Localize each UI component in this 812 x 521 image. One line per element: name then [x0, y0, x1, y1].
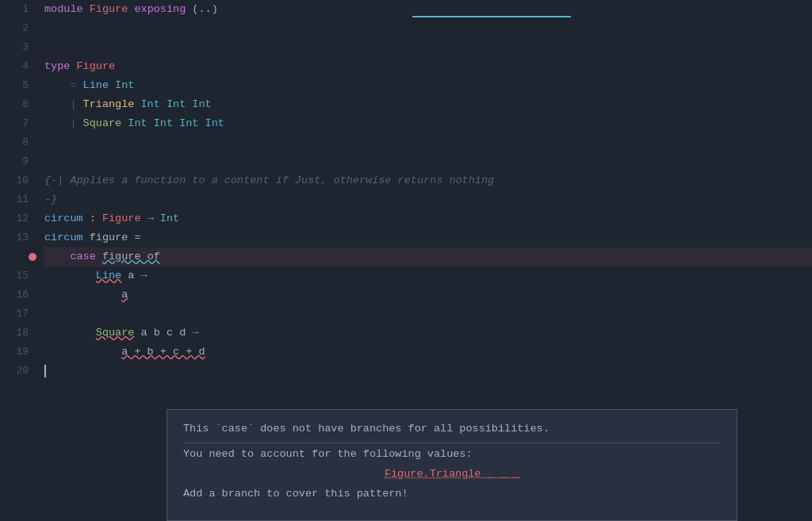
- line-num-11: 11: [0, 190, 38, 209]
- line19-expr: a + b + c + d: [121, 343, 205, 362]
- code-line-2: [44, 19, 812, 38]
- comment-line11: -}: [44, 190, 57, 209]
- line-num-19: 19: [0, 343, 38, 362]
- line-num-4: 4: [0, 57, 38, 76]
- error-line-2: You need to account for the following va…: [183, 448, 721, 460]
- constructor-triangle: Triangle: [83, 95, 135, 114]
- code-line-13: circum figure =: [44, 228, 812, 247]
- line-num-17: 17: [0, 305, 38, 324]
- line15-line: Line: [96, 266, 121, 285]
- line18-vars: a b c d: [134, 324, 192, 343]
- code-line-17: [44, 305, 812, 324]
- line-num-10: 10: [0, 171, 38, 190]
- keyword-type: type: [44, 57, 70, 76]
- line-num-20: 20: [0, 362, 38, 381]
- code-line-16: a: [44, 285, 812, 305]
- line5-indent: =: [44, 76, 83, 95]
- comment-line10: {-| Applies a function to a content if J…: [44, 171, 494, 190]
- line3-dim: [44, 38, 57, 57]
- constructor-line: Line: [83, 76, 109, 95]
- line-num-1: 1: [0, 0, 38, 19]
- line-num-18: 18: [0, 324, 38, 343]
- keyword-case: case: [70, 247, 95, 266]
- line-numbers: 1 2 3 4 5 6 7 8 9 10 11 12 13 15 16 17 1…: [0, 0, 38, 521]
- func-circum-sig: circum: [44, 209, 83, 228]
- line14-figure-of: figure of: [102, 247, 160, 266]
- line12-figure: Figure: [102, 209, 141, 228]
- line16-a: a: [121, 285, 128, 305]
- line18-arrow: →: [192, 324, 198, 343]
- code-line-20: [44, 362, 812, 381]
- code-line-3: [44, 38, 812, 57]
- line-num-15: 15: [0, 266, 38, 285]
- error-missing-type: Figure.Triangle _ _ _: [183, 468, 721, 480]
- breakpoint-indicator: [29, 253, 36, 261]
- line-num-2: 2: [0, 19, 38, 38]
- line-num-8: 8: [0, 133, 38, 152]
- line15-indent: [44, 266, 96, 285]
- code-line-7: | Square Int Int Int Int: [44, 114, 812, 133]
- editor: 1 2 3 4 5 6 7 8 9 10 11 12 13 15 16 17 1…: [0, 0, 812, 521]
- module-name: Figure: [90, 0, 128, 19]
- line6-ints: Int Int Int: [134, 95, 211, 114]
- code-line-18: Square a b c d →: [44, 324, 812, 343]
- line7-ints: Int Int Int Int: [121, 114, 224, 133]
- line12-int: Int: [160, 209, 179, 228]
- line18-indent: [44, 324, 96, 343]
- error-line-1: This `case` does not have branches for a…: [183, 423, 721, 435]
- constructor-square: Square: [83, 114, 122, 133]
- cursor: [44, 365, 46, 377]
- func-circum-def: circum: [44, 228, 83, 247]
- code-line-11: -}: [44, 190, 812, 209]
- missing-type-value: Figure.Triangle _ _ _: [385, 468, 519, 480]
- line15-a-space: a: [121, 266, 140, 285]
- teal-bar: [412, 16, 571, 17]
- line18-square: Square: [96, 324, 135, 343]
- code-line-14: case figure of: [44, 247, 812, 266]
- line8-dim: [44, 133, 57, 152]
- line17-dim: [44, 305, 57, 324]
- error-popup: This `case` does not have branches for a…: [167, 409, 737, 521]
- line16-indent: [44, 285, 121, 305]
- line19-indent: [44, 343, 121, 362]
- line15-arrow: →: [141, 266, 147, 285]
- keyword-module: module: [44, 0, 83, 19]
- line-num-12: 12: [0, 209, 38, 228]
- line14-space: [96, 247, 102, 266]
- code-line-5: = Line Int: [44, 76, 812, 95]
- line-num-9: 9: [0, 152, 38, 171]
- code-line-19: a + b + c + d: [44, 343, 812, 362]
- line12-colon: :: [83, 209, 102, 228]
- type-figure: Figure: [77, 57, 116, 76]
- line14-indent: [44, 247, 70, 266]
- paren-dotdot: (..): [186, 0, 218, 19]
- line-num-13: 13: [0, 228, 38, 247]
- line-num-14: [0, 247, 38, 266]
- code-line-6: | Triangle Int Int Int: [44, 95, 812, 114]
- line6-indent: |: [44, 95, 83, 114]
- code-line-9: [44, 152, 812, 171]
- code-line-8: [44, 133, 812, 152]
- line13-figure-eq: figure =: [83, 228, 141, 247]
- code-line-15: Line a →: [44, 266, 812, 285]
- code-line-10: {-| Applies a function to a content if J…: [44, 171, 812, 190]
- code-line-4: type Figure: [44, 57, 812, 76]
- line7-indent: |: [44, 114, 83, 133]
- keyword-exposing: exposing: [134, 0, 186, 19]
- line-num-16: 16: [0, 285, 38, 305]
- error-line-3: Add a branch to cover this pattern!: [183, 488, 721, 500]
- line12-arrow: →: [141, 209, 160, 228]
- code-line-1: module Figure exposing (..): [44, 0, 812, 19]
- line5-int: Int: [109, 76, 134, 95]
- line-num-6: 6: [0, 95, 38, 114]
- code-line-12: circum : Figure → Int: [44, 209, 812, 228]
- line-num-7: 7: [0, 114, 38, 133]
- line-num-5: 5: [0, 76, 38, 95]
- line-num-3: 3: [0, 38, 38, 57]
- error-divider: [183, 442, 721, 443]
